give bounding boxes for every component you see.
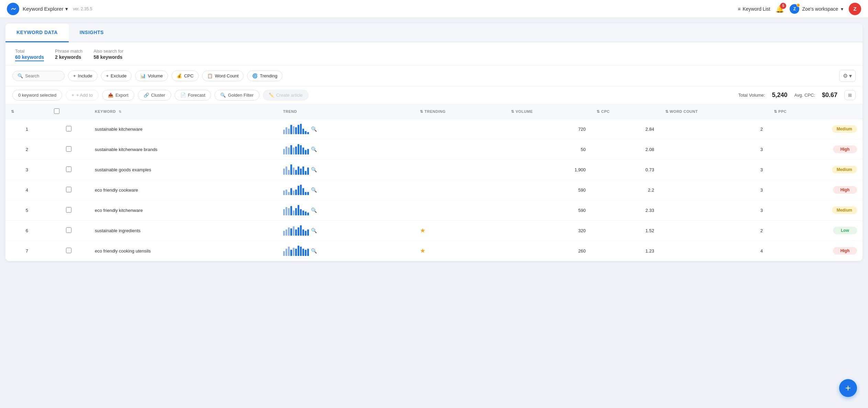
user-avatar[interactable]: Z: [849, 3, 861, 15]
list-icon: ≡: [738, 6, 741, 12]
word-count-label: Word Count: [215, 73, 238, 78]
app-name-btn[interactable]: Keyword Explorer ▾: [23, 6, 68, 12]
trending-label: Trending: [260, 73, 277, 78]
tab-insights[interactable]: INSIGHTS: [69, 23, 115, 42]
row-checkbox[interactable]: [66, 146, 71, 152]
mini-chart[interactable]: [283, 185, 309, 195]
export-btn[interactable]: 📤 Export: [102, 90, 134, 100]
create-article-btn[interactable]: ✏️ Create article: [263, 90, 309, 100]
search-input-wrap[interactable]: 🔍: [12, 71, 65, 81]
cpc-icon: 💰: [177, 73, 182, 78]
row-checkbox[interactable]: [66, 248, 71, 253]
workspace-btn[interactable]: Z Zoe's workspace ▾: [790, 4, 843, 14]
chart-search-icon[interactable]: 🔍: [311, 228, 317, 233]
main-card: KEYWORD DATA INSIGHTS Total 60 keywords …: [5, 23, 863, 261]
chart-search-icon[interactable]: 🔍: [311, 167, 317, 172]
table-row: 5 eco friendly kitchenware 🔍 590 2.33 3 …: [5, 200, 863, 221]
tab-bar: KEYWORD DATA INSIGHTS: [5, 23, 863, 42]
app-logo: [7, 3, 19, 15]
exclude-btn[interactable]: + Exclude: [101, 71, 132, 81]
add-to-btn[interactable]: + + Add to: [66, 90, 99, 100]
chart-search-icon[interactable]: 🔍: [311, 187, 317, 193]
keyword-list-label: Keyword List: [743, 6, 770, 12]
mini-chart[interactable]: [283, 205, 309, 215]
trending-cell: [414, 180, 505, 200]
version-label: ver. 2.35.5: [73, 7, 92, 11]
table-row: 1 sustainable kitchenware 🔍 720 2.84 2 M…: [5, 119, 863, 139]
mini-chart[interactable]: [283, 225, 309, 236]
golden-filter-btn[interactable]: 🔍 Golden Filter: [214, 90, 259, 100]
mini-chart[interactable]: [283, 144, 309, 154]
trending-cell: [414, 160, 505, 180]
table-row: 4 eco friendly cookware 🔍 590 2.2 3 High: [5, 180, 863, 200]
table-view-btn[interactable]: ⊞: [844, 90, 856, 100]
pencil-icon: ✏️: [269, 93, 274, 98]
notification-btn[interactable]: 🔔 5: [776, 5, 784, 13]
summary-total-value: 60 keywords: [15, 54, 44, 61]
summary-total[interactable]: Total 60 keywords: [15, 49, 44, 61]
forecast-btn[interactable]: 📄 Forecast: [175, 90, 211, 100]
trend-cell: 🔍: [278, 160, 414, 180]
trending-cell: [414, 139, 505, 160]
summary-phrase[interactable]: Phrase match 2 keywords: [55, 49, 82, 61]
plus-icon: +: [73, 73, 76, 78]
tab-keyword-data[interactable]: KEYWORD DATA: [5, 23, 69, 42]
col-wordcount-header[interactable]: ⇅ WORD COUNT: [660, 104, 768, 119]
volume-cell: 1,900: [505, 160, 591, 180]
mini-chart[interactable]: [283, 246, 309, 256]
chart-search-icon[interactable]: 🔍: [311, 248, 317, 254]
row-checkbox[interactable]: [66, 126, 71, 131]
include-btn[interactable]: + Include: [68, 71, 98, 81]
word-count-btn[interactable]: 📋 Word Count: [202, 71, 244, 81]
exclude-label: Exclude: [111, 73, 126, 78]
cpc-cell: 2.33: [591, 200, 659, 221]
volume-cell: 720: [505, 119, 591, 139]
col-keyword-header[interactable]: KEYWORD ⇅: [89, 104, 278, 119]
cpc-btn[interactable]: 💰 CPC: [171, 71, 199, 81]
app-header: Keyword Explorer ▾ ver. 2.35.5 ≡ Keyword…: [0, 0, 868, 18]
trend-cell: 🔍: [278, 221, 414, 241]
volume-btn[interactable]: 📊 Volume: [135, 71, 168, 81]
col-volume-header[interactable]: ⇅ VOLUME: [505, 104, 591, 119]
select-all-checkbox[interactable]: [54, 108, 59, 114]
trending-btn[interactable]: 🌀 Trending: [247, 71, 282, 81]
row-checkbox[interactable]: [66, 167, 71, 172]
mini-chart[interactable]: [283, 164, 309, 175]
table-container: ⇅ KEYWORD ⇅ TREND ⇅ TRENDING ⇅ VOLUME ⇅ …: [5, 104, 863, 261]
row-checkbox[interactable]: [66, 227, 71, 233]
golden-filter-label: Golden Filter: [228, 93, 253, 98]
row-checkbox[interactable]: [66, 187, 71, 192]
summary-total-label: Total: [15, 49, 44, 54]
keyword-name: sustainable kitchenware brands: [89, 139, 278, 160]
app-name-label: Keyword Explorer: [23, 6, 63, 12]
row-number: 3: [5, 160, 48, 180]
chart-search-icon[interactable]: 🔍: [311, 147, 317, 152]
summary-also-value: 58 keywords: [93, 54, 123, 61]
cpc-cell: 1.23: [591, 241, 659, 261]
settings-btn[interactable]: ⚙ ▾: [839, 70, 856, 82]
col-trend-header: TREND: [278, 104, 414, 119]
col-cpc-header[interactable]: ⇅ CPC: [591, 104, 659, 119]
trend-cell: 🔍: [278, 139, 414, 160]
cluster-icon: 🔗: [144, 93, 149, 98]
add-to-label: + Add to: [76, 93, 93, 98]
chart-search-icon[interactable]: 🔍: [311, 126, 317, 132]
col-trending-header[interactable]: ⇅ TRENDING: [414, 104, 505, 119]
col-ppc-header[interactable]: ⇅ PPC: [768, 104, 863, 119]
chart-search-icon[interactable]: 🔍: [311, 207, 317, 213]
summary-also[interactable]: Also search for 58 keywords: [93, 49, 123, 61]
trending-icon: 🌀: [252, 73, 258, 78]
row-number: 7: [5, 241, 48, 261]
col-sort[interactable]: ⇅: [5, 104, 48, 119]
cpc-cell: 2.84: [591, 119, 659, 139]
notification-badge: 5: [780, 3, 786, 9]
row-checkbox[interactable]: [66, 207, 71, 213]
word-count-cell: 3: [660, 160, 768, 180]
fab-button[interactable]: +: [839, 379, 857, 397]
trending-cell: ★: [414, 221, 505, 241]
search-input[interactable]: [25, 73, 59, 78]
keyword-list-btn[interactable]: ≡ Keyword List: [738, 6, 770, 12]
row-number: 2: [5, 139, 48, 160]
mini-chart[interactable]: [283, 124, 309, 134]
cluster-btn[interactable]: 🔗 Cluster: [138, 90, 171, 100]
